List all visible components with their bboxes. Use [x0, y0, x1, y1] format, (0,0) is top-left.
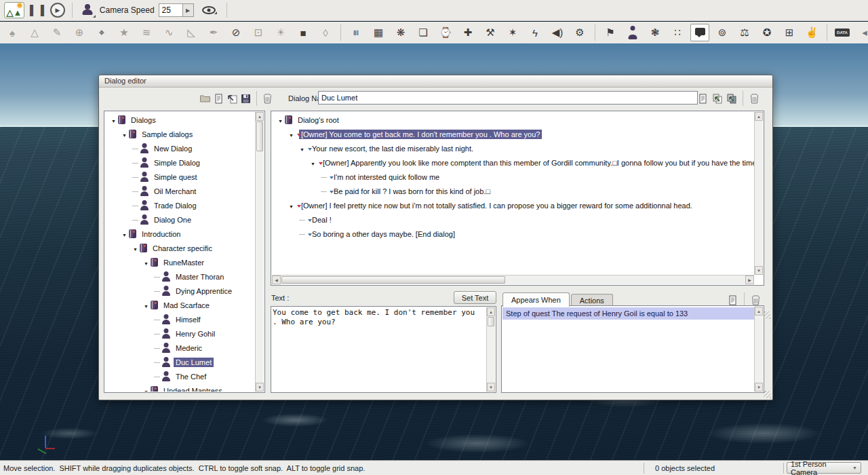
camera-speed-value[interactable]: 25: [159, 5, 182, 15]
dialog-node[interactable]: [Owner] I feel pretty nice now but i'm n…: [272, 198, 754, 212]
dialog-node[interactable]: So boring a other days maybe. [End dialo…: [272, 227, 754, 241]
cube-tool[interactable]: ■: [294, 24, 313, 41]
data-editor[interactable]: DATA: [833, 24, 852, 41]
settings-editor[interactable]: ⚙: [570, 24, 589, 41]
timer-editor[interactable]: ⌚: [436, 24, 455, 41]
mesh-tool[interactable]: ◊: [316, 24, 335, 41]
tree-item[interactable]: Character specific: [105, 241, 255, 255]
prop-placement-tool[interactable]: ⌖: [92, 24, 111, 41]
dialog-text-input[interactable]: You come to get back me. I don't remembe…: [273, 308, 486, 391]
expand-arrow-icon[interactable]: [153, 273, 161, 281]
tree-item[interactable]: Himself: [105, 312, 255, 326]
achievement-editor[interactable]: ✪: [757, 24, 776, 41]
tree-item[interactable]: Henry Gohil: [105, 326, 255, 341]
lighting-tool[interactable]: ☀: [271, 24, 290, 41]
tree-item[interactable]: Trade Dialog: [105, 198, 255, 212]
expand-arrow-icon[interactable]: [120, 130, 129, 138]
selection-region-tool[interactable]: ⊡: [249, 24, 268, 41]
scroll-down-icon[interactable]: ▼: [755, 383, 763, 392]
weapon-editor[interactable]: ⚒: [481, 24, 500, 41]
tree-item[interactable]: Simple Dialog: [105, 155, 255, 170]
book-editor[interactable]: ❏: [414, 24, 433, 41]
expand-arrow-icon[interactable]: [153, 330, 161, 338]
expand-arrow-icon[interactable]: [287, 130, 296, 138]
expand-arrow-icon[interactable]: [153, 344, 161, 352]
text-scrollbar[interactable]: ▲ ▼: [486, 307, 495, 392]
mixer-editor[interactable]: ≡: [347, 24, 366, 41]
wheel-editor[interactable]: ❋: [391, 24, 410, 41]
animation-editor[interactable]: ϟ: [526, 24, 545, 41]
scrollbar-thumb[interactable]: [488, 317, 494, 326]
crafting-editor[interactable]: ⚖: [735, 24, 754, 41]
conditions-scrollbar[interactable]: ▲ ▼: [754, 307, 763, 392]
expand-arrow-icon[interactable]: [276, 116, 285, 124]
node-graph-editor[interactable]: ∷: [668, 24, 687, 41]
dialog-node[interactable]: Deal !: [272, 212, 754, 227]
save-icon[interactable]: [240, 93, 252, 104]
window-resize-grip[interactable]: [764, 391, 771, 398]
scrollbar-thumb[interactable]: [281, 276, 505, 284]
scroll-up-icon[interactable]: ▲: [487, 307, 495, 316]
expand-arrow-icon[interactable]: [142, 387, 151, 392]
window-titlebar[interactable]: Dialog editor: [99, 75, 772, 88]
expand-arrow-icon[interactable]: [298, 216, 307, 224]
road-tool[interactable]: ∿: [159, 24, 178, 41]
terrain-ramp-tool[interactable]: ◺: [182, 24, 201, 41]
dialog-node[interactable]: [Owner] You come to get back me. I don't…: [272, 127, 754, 141]
nodes-v-scrollbar[interactable]: ▲ ▼: [754, 112, 763, 275]
condition-row[interactable]: Step of quest The request of Henry Goil …: [502, 307, 754, 320]
expand-arrow-icon[interactable]: [131, 159, 140, 167]
expand-arrow-icon[interactable]: [298, 145, 307, 153]
tree-item[interactable]: RuneMaster: [105, 255, 255, 269]
tree-item[interactable]: Dialogs: [105, 113, 255, 127]
expand-arrow-icon[interactable]: [131, 145, 140, 153]
open-folder-icon[interactable]: [199, 93, 211, 104]
copy-node-icon[interactable]: [711, 93, 723, 104]
tree-item[interactable]: Dialog One: [105, 212, 255, 227]
tree-item[interactable]: Undead Mantress: [105, 383, 255, 392]
economy-editor[interactable]: ⊚: [713, 24, 732, 41]
layout-panels-button[interactable]: ▌▐: [28, 5, 46, 16]
dialog-node[interactable]: Be paid for kill ? I was born for this k…: [272, 184, 754, 198]
calendar-editor[interactable]: ⊞: [780, 24, 799, 41]
expand-arrow-icon[interactable]: [120, 230, 129, 238]
compass-tool[interactable]: ⊘: [226, 24, 245, 41]
river-tool[interactable]: ≋: [137, 24, 156, 41]
dialog-node[interactable]: Your new escort, the last die miserably …: [272, 141, 754, 155]
spinner-arrow-icon[interactable]: ▶: [182, 4, 193, 16]
expand-arrow-icon[interactable]: [131, 187, 140, 195]
clothing-editor[interactable]: ✚: [458, 24, 477, 41]
dialog-name-input[interactable]: [318, 91, 698, 104]
scroll-down-icon[interactable]: ▼: [256, 383, 264, 392]
expand-arrow-icon[interactable]: [298, 230, 307, 238]
expand-arrow-icon[interactable]: [109, 116, 118, 124]
scroll-up-icon[interactable]: ▲: [256, 112, 264, 121]
sound-editor[interactable]: ◀): [548, 24, 567, 41]
tree-item[interactable]: Sample dialogs: [105, 127, 255, 141]
tree-item[interactable]: New Dialog: [105, 141, 255, 155]
tree-item[interactable]: Oil Merchant: [105, 184, 255, 198]
delete-node-trash-icon[interactable]: [749, 93, 760, 104]
vegetation-tool[interactable]: ✒: [204, 24, 223, 41]
expand-arrow-icon[interactable]: [153, 373, 161, 381]
scroll-up-icon[interactable]: ▲: [755, 112, 763, 121]
nodes-h-scrollbar[interactable]: ◀ ▶: [272, 275, 754, 284]
tree-item[interactable]: Introduction: [105, 227, 255, 241]
dialog-node[interactable]: Dialog's root: [272, 113, 754, 127]
expand-arrow-icon[interactable]: [153, 358, 161, 366]
expand-arrow-icon[interactable]: [142, 301, 151, 309]
expand-arrow-icon[interactable]: [319, 187, 328, 195]
world-tool[interactable]: ⊕: [70, 24, 89, 41]
player-character-button[interactable]: [82, 4, 93, 16]
character-editor[interactable]: [623, 24, 642, 41]
scroll-left-icon[interactable]: ◀: [272, 276, 281, 284]
duplicate-node-icon[interactable]: [726, 93, 737, 104]
dialog-node[interactable]: I'm not intersted quick follow me: [272, 170, 754, 184]
delete-dialog-trash-icon[interactable]: [262, 93, 273, 104]
import-dialog-icon[interactable]: [226, 93, 238, 104]
dialog-editor[interactable]: [690, 24, 709, 41]
plant-trees-tool[interactable]: ♠: [3, 24, 22, 41]
play-button[interactable]: ▶: [50, 3, 65, 18]
expand-arrow-icon[interactable]: [153, 287, 161, 295]
scroll-up-icon[interactable]: ▲: [755, 307, 763, 316]
